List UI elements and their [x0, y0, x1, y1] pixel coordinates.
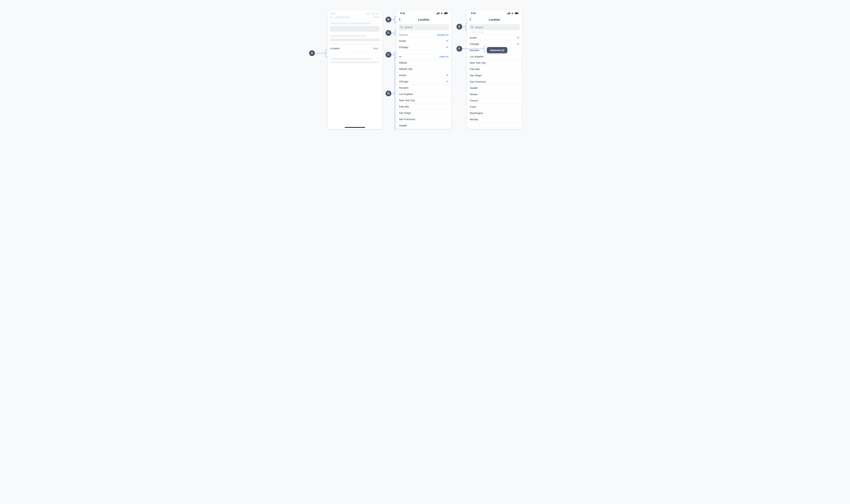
callout-badge-e: E — [456, 24, 462, 30]
wifi-icon — [511, 12, 514, 14]
callout-badge-a: A — [309, 50, 315, 56]
list-item-label: Tulsa — [470, 105, 476, 108]
list-item[interactable]: Seattle — [396, 122, 451, 129]
list-item-label: Washington — [470, 112, 483, 114]
list-item-label: Austin — [399, 74, 406, 77]
skeleton-block-1 — [327, 20, 382, 44]
search-icon — [471, 26, 474, 29]
status-time: 9:41 — [400, 12, 405, 15]
list-item-label: Atlantic City — [399, 68, 412, 70]
list-item[interactable]: Washington — [467, 110, 522, 116]
list-item[interactable]: Houston — [396, 85, 451, 91]
list-item[interactable]: Austin — [396, 72, 451, 78]
list-item[interactable]: Austin — [467, 35, 522, 41]
list-item[interactable]: Austin — [396, 38, 451, 44]
list-item[interactable]: Los Angeles — [396, 91, 451, 97]
list-item[interactable]: Chicago — [467, 41, 522, 47]
list-item[interactable]: Atlanta — [396, 59, 451, 66]
status-bar: 9:41 — [396, 10, 451, 16]
status-time: 9:41 — [471, 12, 476, 15]
list-item[interactable]: New York City — [467, 60, 522, 66]
list-item[interactable]: Tampa — [396, 129, 451, 129]
list-item-partial[interactable]: Atlantic City — [467, 32, 522, 35]
list-item[interactable]: Wichita — [467, 116, 522, 123]
callout-badge-f: F — [456, 46, 462, 52]
svg-line-17 — [473, 28, 473, 29]
skeleton-header — [327, 10, 382, 20]
list-item[interactable]: New York City — [396, 97, 451, 104]
svg-rect-6 — [448, 13, 448, 14]
battery-icon — [444, 12, 448, 14]
list-item-label: Los Angeles — [470, 55, 484, 58]
svg-rect-5 — [445, 13, 447, 14]
location-filter-row[interactable]: Location Any — [327, 44, 382, 52]
cellular-icon — [436, 12, 439, 14]
list-item[interactable]: Tampa — [467, 91, 522, 97]
back-button[interactable] — [397, 16, 402, 23]
svg-line-8 — [402, 28, 403, 29]
list-item[interactable]: San Diego — [396, 110, 451, 116]
list-item[interactable]: Chicago — [396, 78, 451, 85]
list-item-label: Palo Alto — [399, 105, 409, 108]
list-item-label: Tuscon — [470, 99, 478, 102]
svg-rect-1 — [437, 13, 438, 14]
list-item-label: Houston — [399, 86, 409, 89]
phone-mock-c: 9:41 Location Search Atlantic City Austi… — [467, 10, 522, 129]
list-item-label: San Diego — [470, 74, 482, 77]
back-button[interactable] — [468, 16, 473, 23]
skeleton-block-2 — [327, 56, 382, 65]
location-label: Location — [330, 47, 340, 50]
list-item[interactable]: Palo Alto — [467, 66, 522, 72]
all-section-header: All Select All — [396, 54, 451, 59]
location-value: Any — [373, 47, 378, 50]
selected-count-badge[interactable]: Selected (2) — [487, 47, 507, 53]
svg-rect-14 — [515, 13, 518, 14]
list-item-label: Austin — [399, 39, 406, 42]
nav-header: Location — [467, 16, 522, 23]
list-item[interactable]: San Francisco — [396, 116, 451, 122]
home-indicator — [345, 127, 365, 128]
status-bar: 9:41 — [467, 10, 522, 16]
list-item-label: Los Angeles — [399, 93, 413, 95]
svg-rect-11 — [509, 13, 509, 14]
list-item[interactable]: Chicago — [396, 44, 451, 50]
svg-rect-2 — [438, 13, 438, 14]
list-item-label: Chicago — [470, 42, 479, 46]
check-icon — [446, 74, 449, 76]
selected-list: AustinChicago — [396, 38, 451, 50]
search-placeholder: Search — [475, 26, 483, 29]
location-value-wrap: Any — [373, 47, 380, 50]
list-item[interactable]: San Francisco — [467, 78, 522, 85]
selected-label: Selected — [399, 34, 407, 36]
chevron-right-icon — [378, 47, 380, 50]
nav-title: Location — [418, 18, 430, 21]
check-icon — [446, 40, 449, 42]
phone-mock-a: Location Any — [327, 10, 382, 129]
list-item-label: Tampa — [470, 93, 478, 96]
check-icon — [517, 43, 519, 45]
search-input[interactable]: Search — [469, 24, 520, 30]
list-item[interactable]: Tuscon — [467, 97, 522, 104]
deselect-all-button[interactable]: Deselect All — [437, 34, 449, 36]
svg-rect-9 — [507, 14, 507, 14]
list-item-label: Seattle — [399, 124, 407, 127]
wifi-icon — [440, 12, 443, 14]
list-item-label: Atlanta — [399, 61, 407, 64]
list-item[interactable]: Palo Alto — [396, 104, 451, 110]
check-icon — [446, 46, 449, 48]
list-item-label: Austin — [470, 36, 477, 39]
list-item[interactable]: Atlantic City — [396, 66, 451, 72]
nav-title: Location — [489, 18, 500, 21]
list-item-label: Chicago — [399, 80, 408, 83]
list-item[interactable]: Los Angeles — [467, 53, 522, 60]
select-all-button[interactable]: Select All — [439, 55, 449, 58]
list-item[interactable]: San Diego — [467, 72, 522, 78]
check-icon — [446, 80, 449, 83]
list-item[interactable]: Tulsa — [467, 104, 522, 110]
list-item[interactable]: Seattle — [467, 85, 522, 91]
list-item-label: New York City — [470, 61, 486, 64]
list-item-label: Seattle — [470, 87, 478, 89]
callout-badge-b: B — [385, 17, 391, 22]
search-input[interactable]: Search — [398, 24, 449, 30]
callout-badge-c2: C — [385, 52, 391, 58]
